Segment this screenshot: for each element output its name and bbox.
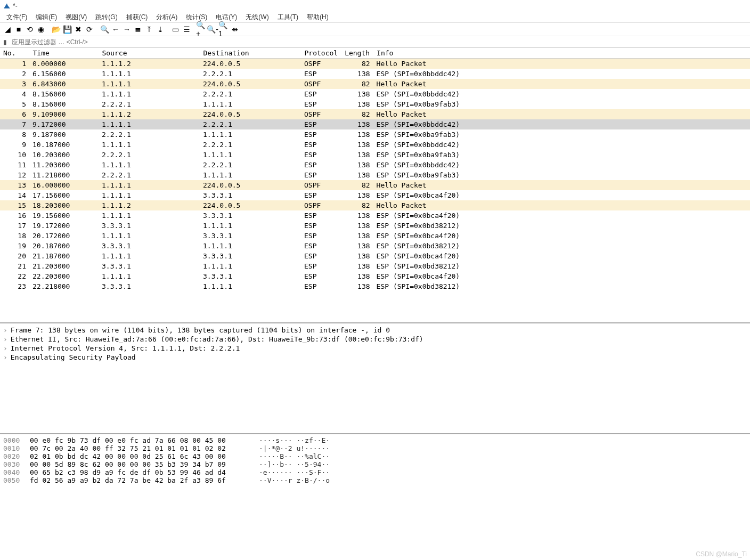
packet-cell: ESP (SPI=0x0bd38212) (373, 241, 750, 251)
save-icon[interactable]: 💾 (62, 24, 72, 35)
colorize-icon[interactable]: ☰ (181, 24, 192, 35)
packet-row[interactable]: 58.1560002.2.2.11.1.1.1ESP138ESP (SPI=0x… (0, 99, 750, 109)
menu-item-5[interactable]: 分析(A) (153, 13, 181, 21)
menu-item-4[interactable]: 捕获(C) (123, 13, 151, 21)
packet-cell: 22 (0, 271, 29, 281)
packet-row[interactable]: 2222.2030001.1.1.13.3.3.1ESP138ESP (SPI=… (0, 271, 750, 281)
packet-cell: 17 (0, 221, 29, 231)
chevron-right-icon: › (3, 353, 7, 361)
titlebar: *- (0, 0, 750, 12)
stop-icon[interactable]: ■ (13, 24, 24, 35)
packet-row[interactable]: 1920.1870003.3.3.11.1.1.1ESP138ESP (SPI=… (0, 241, 750, 251)
zoom-out-icon[interactable]: 🔍- (207, 24, 218, 35)
packet-cell: ESP (SPI=0x0ba9fab3) (373, 170, 750, 180)
packet-bytes-pane[interactable]: 000000 e0 fc 9b 73 df 00 e0 fc ad 7a 66 … (0, 434, 750, 520)
bytes-row[interactable]: 002002 01 0b bd dc 42 00 00 00 0d 25 61 … (3, 452, 747, 460)
go-first-icon[interactable]: ⤒ (144, 24, 154, 35)
packet-row[interactable]: 89.1870002.2.2.11.1.1.1ESP138ESP (SPI=0x… (0, 129, 750, 140)
packet-table: No.TimeSourceDestinationProtocolLengthIn… (0, 48, 750, 291)
packet-list-pane[interactable]: No.TimeSourceDestinationProtocolLengthIn… (0, 48, 750, 322)
column-header[interactable]: Time (29, 48, 99, 59)
packet-row[interactable]: 69.1090001.1.1.2224.0.0.5OSPF82Hello Pac… (0, 109, 750, 119)
packet-cell: 21 (0, 261, 29, 271)
detail-tree-item[interactable]: ›Internet Protocol Version 4, Src: 1.1.1… (3, 344, 747, 353)
forward-icon[interactable]: → (121, 24, 132, 35)
bytes-row[interactable]: 004000 65 b2 c3 98 d9 a9 fc de df 0b 53 … (3, 468, 747, 476)
packet-cell: 11 (0, 160, 29, 170)
packet-row[interactable]: 79.1720001.1.1.12.2.2.1ESP138ESP (SPI=0x… (0, 119, 750, 129)
packet-cell: 22.203000 (29, 271, 99, 281)
packet-cell: OSPF (301, 200, 341, 210)
bookmark-icon[interactable]: ▮ (0, 38, 10, 46)
resize-columns-icon[interactable]: ⇹ (230, 24, 240, 35)
packet-row[interactable]: 1010.2030002.2.2.11.1.1.1ESP138ESP (SPI=… (0, 150, 750, 160)
packet-row[interactable]: 10.0000001.1.1.2224.0.0.5OSPF82Hello Pac… (0, 59, 750, 69)
menu-item-7[interactable]: 电话(Y) (213, 13, 240, 21)
find-icon[interactable]: 🔍 (99, 24, 110, 35)
autoscroll-icon[interactable]: ▭ (170, 24, 181, 35)
column-header[interactable]: No. (0, 48, 29, 59)
packet-cell: 12 (0, 170, 29, 180)
packet-details-pane[interactable]: ›Frame 7: 138 bytes on wire (1104 bits),… (0, 322, 750, 434)
bytes-row[interactable]: 0050fd 02 56 a9 a9 b2 da 72 7a be 42 ba … (3, 476, 747, 484)
bytes-row[interactable]: 000000 e0 fc 9b 73 df 00 e0 fc ad 7a 66 … (3, 436, 747, 444)
menu-item-0[interactable]: 文件(F) (3, 13, 30, 21)
jump-icon[interactable]: ≣ (133, 24, 143, 35)
packet-cell: 138 (341, 129, 373, 140)
packet-cell: 19.172000 (29, 221, 99, 231)
menu-item-9[interactable]: 工具(T) (274, 13, 301, 21)
column-header[interactable]: Destination (200, 48, 301, 59)
folder-open-icon[interactable]: 📂 (51, 24, 61, 35)
options-icon[interactable]: ◉ (36, 24, 46, 35)
menu-item-6[interactable]: 统计(S) (183, 13, 210, 21)
packet-row[interactable]: 1111.2030001.1.1.12.2.2.1ESP138ESP (SPI=… (0, 160, 750, 170)
packet-row[interactable]: 1820.1720001.1.1.13.3.3.1ESP138ESP (SPI=… (0, 231, 750, 241)
back-icon[interactable]: ← (110, 24, 121, 35)
column-header[interactable]: Source (99, 48, 200, 59)
menu-item-8[interactable]: 无线(W) (242, 13, 272, 21)
detail-tree-item[interactable]: ›Frame 7: 138 bytes on wire (1104 bits),… (3, 326, 747, 335)
zoom-in-icon[interactable]: 🔍+ (196, 24, 207, 35)
column-header[interactable]: Length (341, 48, 373, 59)
zoom-reset-icon[interactable]: 🔍1 (218, 24, 229, 35)
packet-row[interactable]: 26.1560001.1.1.12.2.2.1ESP138ESP (SPI=0x… (0, 69, 750, 79)
packet-cell: 2 (0, 69, 29, 79)
display-filter-input[interactable] (10, 37, 750, 47)
menu-item-1[interactable]: 编辑(E) (32, 13, 60, 21)
shark-fin-icon[interactable]: ◢ (2, 24, 13, 35)
close-icon[interactable]: ✖ (73, 24, 84, 35)
bytes-row[interactable]: 001000 7c 00 2a 40 00 ff 32 75 21 01 01 … (3, 444, 747, 452)
packet-cell: 11.203000 (29, 160, 99, 170)
packet-cell: ESP (301, 69, 341, 79)
packet-cell: Hello Packet (373, 200, 750, 210)
packet-row[interactable]: 910.1870001.1.1.12.2.2.1ESP138ESP (SPI=0… (0, 140, 750, 150)
restart-icon[interactable]: ⟲ (25, 24, 35, 35)
chevron-right-icon: › (3, 344, 7, 352)
packet-row[interactable]: 2021.1870001.1.1.13.3.3.1ESP138ESP (SPI=… (0, 251, 750, 261)
packet-row[interactable]: 2322.2180003.3.3.11.1.1.1ESP138ESP (SPI=… (0, 281, 750, 291)
menu-item-3[interactable]: 跳转(G) (92, 13, 120, 21)
packet-cell: ESP (301, 140, 341, 150)
packet-row[interactable]: 1719.1720003.3.3.11.1.1.1ESP138ESP (SPI=… (0, 221, 750, 231)
packet-cell: 2.2.2.1 (200, 160, 301, 170)
detail-tree-item[interactable]: ›Ethernet II, Src: HuaweiTe_ad:7a:66 (00… (3, 335, 747, 344)
detail-tree-item[interactable]: ›Encapsulating Security Payload (3, 353, 747, 362)
packet-row[interactable]: 1417.1560001.1.1.13.3.3.1ESP138ESP (SPI=… (0, 190, 750, 200)
column-header[interactable]: Info (373, 48, 750, 59)
column-header[interactable]: Protocol (301, 48, 341, 59)
bytes-row[interactable]: 003000 00 5d 89 8c 62 00 00 00 00 35 b3 … (3, 460, 747, 468)
reload-icon[interactable]: ⟳ (84, 24, 95, 35)
packet-row[interactable]: 48.1560001.1.1.12.2.2.1ESP138ESP (SPI=0x… (0, 89, 750, 99)
packet-row[interactable]: 2121.2030003.3.3.11.1.1.1ESP138ESP (SPI=… (0, 261, 750, 271)
packet-row[interactable]: 1211.2180002.2.2.11.1.1.1ESP138ESP (SPI=… (0, 170, 750, 180)
packet-row[interactable]: 1316.0000001.1.1.1224.0.0.5OSPF82Hello P… (0, 180, 750, 190)
go-last-icon[interactable]: ⤓ (155, 24, 166, 35)
packet-cell: 9.109000 (29, 109, 99, 119)
packet-cell: 20.187000 (29, 241, 99, 251)
packet-row[interactable]: 1518.2030001.1.1.2224.0.0.5OSPF82Hello P… (0, 200, 750, 210)
packet-row[interactable]: 1619.1560001.1.1.13.3.3.1ESP138ESP (SPI=… (0, 210, 750, 221)
menu-item-2[interactable]: 视图(V) (62, 13, 90, 21)
menu-item-10[interactable]: 帮助(H) (304, 13, 332, 21)
packet-row[interactable]: 36.8430001.1.1.1224.0.0.5OSPF82Hello Pac… (0, 79, 750, 89)
packet-cell: 3.3.3.1 (200, 210, 301, 221)
